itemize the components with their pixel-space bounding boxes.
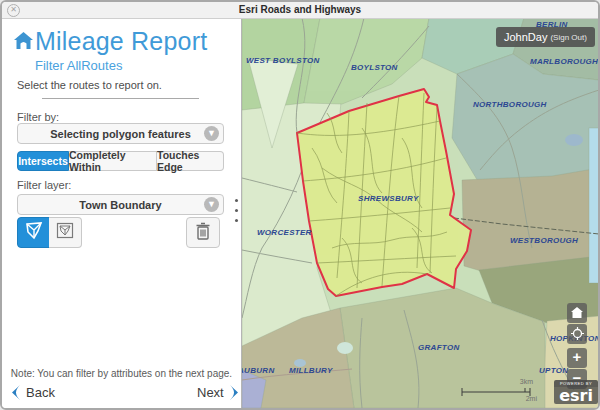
chevron-down-icon: ▼	[204, 126, 219, 141]
filter-method-dropdown[interactable]: Selecting polygon features ▼	[17, 123, 224, 144]
completely-within-button[interactable]: Completely Within	[69, 151, 157, 171]
divider-line	[42, 98, 199, 99]
sign-out-label: (Sign Out)	[550, 33, 586, 42]
town-label: AUBURN	[241, 366, 274, 375]
town-label: MILLBURY	[289, 366, 333, 375]
select-by-polygon-button[interactable]	[17, 217, 50, 248]
page-title: Mileage Report	[35, 27, 207, 56]
panel-resize-handle[interactable]	[233, 199, 239, 227]
window-title: Esri Roads and Highways	[2, 4, 598, 15]
select-by-extent-button[interactable]	[49, 217, 82, 248]
trash-icon	[194, 221, 212, 245]
home-extent-button[interactable]	[567, 303, 587, 323]
filter-layer-label: Filter layer:	[17, 179, 71, 191]
filter-layer-value: Town Boundary	[79, 199, 161, 211]
zoom-in-button[interactable]: +	[567, 348, 587, 368]
home-icon	[13, 31, 34, 54]
polygon-select-icon	[24, 221, 44, 244]
user-signout-button[interactable]: JohnDay (Sign Out)	[496, 27, 595, 47]
intersects-button[interactable]: Intersects	[17, 151, 69, 171]
title-bar: ✕ Esri Roads and Highways	[2, 2, 598, 19]
town-label: SHREWSBURY	[358, 194, 419, 203]
town-label: WORCESTER	[257, 228, 312, 237]
back-button[interactable]: Back	[10, 384, 60, 401]
town-label: BOYLSTON	[351, 63, 398, 72]
esri-logo: POWERED BY esri	[554, 380, 598, 404]
extent-select-icon	[55, 221, 75, 244]
chevron-down-icon: ▼	[204, 197, 219, 212]
note-text: Note: You can filter by attributes on th…	[2, 368, 241, 379]
town-label: MARLBOROUGH	[530, 57, 598, 66]
next-label: Next	[197, 385, 224, 400]
town-label: NORTHBOROUGH	[473, 100, 547, 109]
esri-brand: esri	[554, 387, 598, 404]
filter-method-value: Selecting polygon features	[50, 128, 191, 140]
next-button[interactable]: Next	[192, 384, 240, 401]
locate-button[interactable]	[567, 324, 587, 344]
filter-by-label: Filter by:	[17, 111, 59, 123]
town-label: GRAFTON	[418, 343, 460, 352]
scale-bar: 3km 2mi	[462, 378, 537, 408]
town-label: WESTBOROUGH	[510, 236, 578, 245]
town-label: WEST BOYLSTON	[246, 56, 320, 65]
app-window: ✕ Esri Roads and Highways Mileage Report…	[0, 0, 600, 410]
back-label: Back	[26, 385, 55, 400]
mileage-report-panel: Mileage Report Filter AllRoutes Select t…	[2, 18, 241, 408]
touches-edge-button[interactable]: Touches Edge	[157, 151, 224, 171]
home-icon	[571, 307, 583, 318]
scale-km-label: 3km	[520, 378, 533, 385]
chevron-right-icon	[229, 384, 240, 401]
page-description: Select the routes to report on.	[17, 79, 162, 91]
town-label: UPTON	[539, 366, 568, 375]
chevron-left-icon	[10, 384, 21, 401]
page-subtitle: Filter AllRoutes	[35, 58, 122, 73]
user-name: JohnDay	[504, 31, 547, 43]
spatial-relation-group: Intersects Completely Within Touches Edg…	[17, 151, 224, 171]
clear-selection-button[interactable]	[186, 217, 220, 248]
locate-icon	[571, 327, 584, 340]
filter-layer-dropdown[interactable]: Town Boundary ▼	[17, 194, 224, 215]
map-view[interactable]: WEST BOYLSTONBOYLSTONBERLINMARLBOROUGHNO…	[241, 18, 598, 408]
scale-mi-label: 2mi	[526, 395, 537, 402]
